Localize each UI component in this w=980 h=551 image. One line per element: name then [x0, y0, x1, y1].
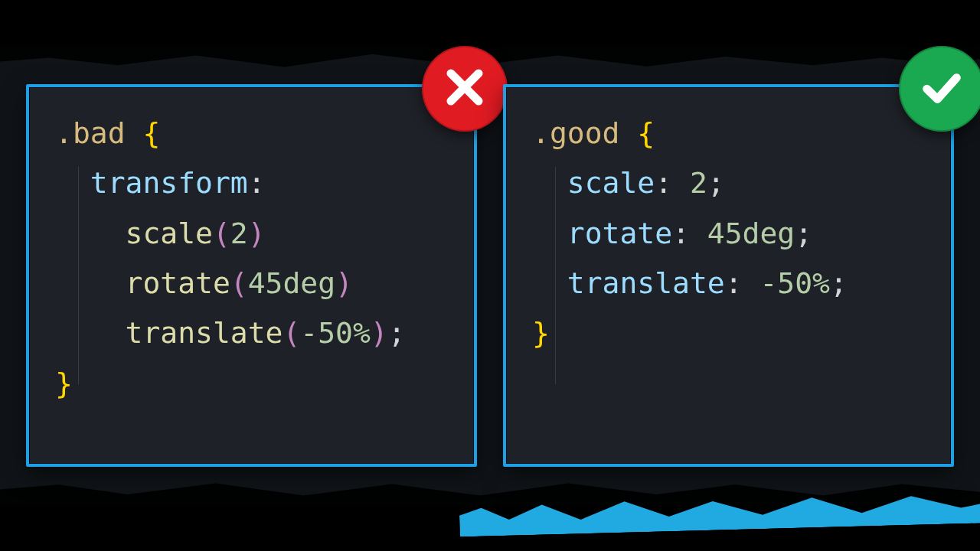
num: 2 — [230, 217, 248, 250]
paren-close: ) — [248, 217, 266, 250]
semicolon: ; — [707, 166, 725, 200]
num: 45 — [707, 217, 743, 250]
semicolon: ; — [830, 266, 848, 300]
unit: % — [353, 316, 371, 350]
good-code-block: .good { scale: 2; rotate: 45deg; transla… — [532, 109, 929, 359]
num: -50 — [300, 316, 353, 350]
func-translate: translate — [126, 316, 283, 350]
func-rotate: rotate — [126, 266, 230, 300]
close-brace: } — [532, 316, 550, 350]
colon: : — [672, 217, 690, 250]
paren-open: ( — [230, 266, 248, 300]
bad-code-card: .bad { transform: scale(2) rotate(45deg)… — [26, 84, 477, 467]
close-brace: } — [55, 367, 73, 400]
paren-close: ) — [335, 266, 353, 300]
num: 45 — [248, 266, 283, 300]
num: 2 — [690, 166, 707, 200]
colon: : — [725, 266, 743, 300]
indent-guide — [555, 167, 556, 384]
property-transform: transform — [90, 166, 248, 200]
unit: deg — [743, 217, 795, 250]
code-cards-row: .bad { transform: scale(2) rotate(45deg)… — [26, 84, 954, 467]
bad-code-block: .bad { transform: scale(2) rotate(45deg)… — [55, 109, 452, 409]
semicolon: ; — [795, 217, 812, 250]
paren-open: ( — [283, 316, 300, 350]
num: -50 — [760, 266, 812, 300]
good-badge — [899, 46, 980, 132]
paren-open: ( — [213, 217, 230, 250]
colon: : — [655, 166, 672, 200]
open-brace: { — [142, 116, 160, 150]
selector: .good — [532, 116, 619, 150]
property-translate: translate — [567, 266, 725, 300]
cross-icon — [441, 64, 488, 114]
unit: % — [812, 266, 830, 300]
semicolon: ; — [388, 316, 406, 350]
indent-guide — [78, 167, 79, 384]
selector: .bad — [55, 116, 126, 150]
property-scale: scale — [567, 166, 655, 200]
open-brace: { — [637, 116, 655, 150]
paren-close: ) — [371, 316, 388, 350]
check-icon — [918, 64, 965, 114]
func-scale: scale — [126, 217, 213, 250]
good-code-card: .good { scale: 2; rotate: 45deg; transla… — [503, 84, 954, 467]
unit: deg — [283, 266, 335, 300]
stage: .bad { transform: scale(2) rotate(45deg)… — [0, 0, 980, 551]
bad-badge — [422, 46, 508, 132]
property-rotate: rotate — [567, 217, 672, 250]
colon: : — [248, 166, 266, 200]
